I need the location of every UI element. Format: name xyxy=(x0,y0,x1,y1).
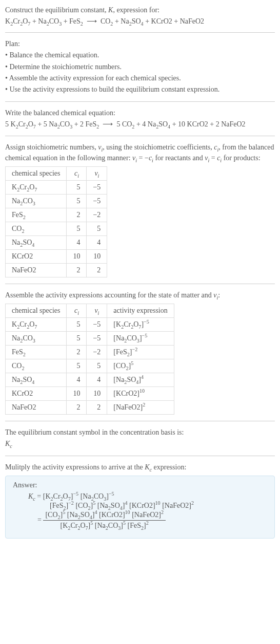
intro-block: Construct the equilibrium constant, K, e… xyxy=(5,5,275,26)
cell-ci: 4 xyxy=(67,235,87,249)
cell-vi: 4 xyxy=(87,373,107,387)
plan-item: • Assemble the activity expression for e… xyxy=(5,73,275,83)
cell-vi: 2 xyxy=(87,263,107,277)
col-species: chemical species xyxy=(6,304,67,318)
cell-activity: [Na2CO3]−5 xyxy=(107,332,174,346)
answer-label: Answer: xyxy=(13,481,267,489)
fraction-numerator: [CO2]5 [Na2SO4]4 [KCrO2]10 [NaFeO2]2 xyxy=(43,511,166,521)
cell-activity: [CO2]5 xyxy=(107,359,174,373)
table-row: Na2CO35−5 xyxy=(6,194,107,208)
assemble-block: Assemble the activity expressions accoun… xyxy=(5,290,275,300)
cell-species: CO2 xyxy=(6,359,67,373)
cell-activity: [FeS2]−2 xyxy=(107,346,174,359)
cell-ci: 5 xyxy=(67,222,87,235)
answer-box: Answer: Kc = [K2Cr2O7]−5 [Na2CO3]−5 [FeS… xyxy=(5,476,275,539)
cell-ci: 2 xyxy=(67,208,87,222)
cell-species: Na2CO3 xyxy=(6,194,67,208)
cell-species: KCrO2 xyxy=(6,387,67,401)
intro-equation: K2Cr2O7 + Na2CO3 + FeS2 ⟶ CO2 + Na2SO4 +… xyxy=(5,16,275,27)
cell-ci: 5 xyxy=(67,359,87,373)
cell-species: K2Cr2O7 xyxy=(6,180,67,194)
activity-table: chemical species ci νi activity expressi… xyxy=(5,304,174,415)
divider xyxy=(5,456,275,456)
cell-vi: 5 xyxy=(87,222,107,235)
plan-title: Plan: xyxy=(5,39,275,49)
assign-block: Assign stoichiometric numbers, νi, using… xyxy=(5,142,275,163)
cell-ci: 2 xyxy=(67,346,87,359)
cell-vi: 4 xyxy=(87,235,107,249)
table-row: FeS22−2 xyxy=(6,208,107,222)
col-ci: ci xyxy=(67,166,87,180)
cell-vi: −2 xyxy=(87,208,107,222)
table-row: Na2SO444 xyxy=(6,235,107,249)
balanced-equation: 5 K2Cr2O7 + 5 Na2CO3 + 2 FeS2 ⟶ 5 CO2 + … xyxy=(5,119,275,130)
table-row: Na2CO35−5[Na2CO3]−5 xyxy=(6,332,174,346)
cell-ci: 4 xyxy=(67,373,87,387)
cell-vi: −5 xyxy=(87,194,107,208)
table-row: K2Cr2O75−5 xyxy=(6,180,107,194)
cell-species: NaFeO2 xyxy=(6,263,67,277)
table2-body: K2Cr2O75−5[K2Cr2O7]−5Na2CO35−5[Na2CO3]−5… xyxy=(6,318,174,415)
cell-vi: −2 xyxy=(87,346,107,359)
fraction: [CO2]5 [Na2SO4]4 [KCrO2]10 [NaFeO2]2 [K2… xyxy=(43,511,166,530)
cell-activity: [NaFeO2]2 xyxy=(107,401,174,415)
symbol-block: The equilibrium constant symbol in the c… xyxy=(5,427,275,449)
table-row: NaFeO222[NaFeO2]2 xyxy=(6,401,174,415)
cell-ci: 5 xyxy=(67,332,87,346)
divider xyxy=(5,284,275,284)
cell-ci: 10 xyxy=(67,387,87,401)
assemble-text: Assemble the activity expressions accoun… xyxy=(5,290,275,300)
col-ci: ci xyxy=(67,304,87,318)
divider xyxy=(5,101,275,102)
plan-item: • Balance the chemical equation. xyxy=(5,50,275,60)
table-row: KCrO21010[KCrO2]10 xyxy=(6,387,174,401)
cell-vi: −5 xyxy=(87,180,107,194)
cell-vi: 10 xyxy=(87,387,107,401)
table-row: KCrO21010 xyxy=(6,249,107,263)
answer-fraction-line: = [CO2]5 [Na2SO4]4 [KCrO2]10 [NaFeO2]2 [… xyxy=(37,511,267,530)
assign-text: Assign stoichiometric numbers, νi, using… xyxy=(5,142,275,163)
col-vi: νi xyxy=(87,304,107,318)
table-row: NaFeO222 xyxy=(6,263,107,277)
cell-vi: 10 xyxy=(87,249,107,263)
balanced-block: Write the balanced chemical equation: 5 … xyxy=(5,108,275,130)
plan-item: • Use the activity expressions to build … xyxy=(5,84,275,95)
col-species: chemical species xyxy=(6,166,67,180)
cell-species: NaFeO2 xyxy=(6,401,67,415)
intro-line1: Construct the equilibrium constant, K, e… xyxy=(5,5,275,15)
stoichiometry-table: chemical species ci νi K2Cr2O75−5Na2CO35… xyxy=(5,166,107,277)
plan-block: Plan: • Balance the chemical equation. •… xyxy=(5,39,275,95)
multiply-block: Mulitply the activity expressions to arr… xyxy=(5,462,275,473)
cell-species: Na2CO3 xyxy=(6,332,67,346)
symbol-line2: Kc xyxy=(5,439,275,449)
answer-line2: [FeS2]−2 [CO2]5 [Na2SO4]4 [KCrO2]10 [NaF… xyxy=(50,502,267,510)
cell-species: KCrO2 xyxy=(6,249,67,263)
equals-sign: = xyxy=(37,516,42,524)
col-activity: activity expression xyxy=(107,304,174,318)
table-row: K2Cr2O75−5[K2Cr2O7]−5 xyxy=(6,318,174,332)
divider xyxy=(5,32,275,33)
table-row: FeS22−2[FeS2]−2 xyxy=(6,346,174,359)
col-vi: νi xyxy=(87,166,107,180)
cell-ci: 5 xyxy=(67,180,87,194)
cell-ci: 5 xyxy=(67,318,87,332)
cell-ci: 2 xyxy=(67,401,87,415)
cell-ci: 2 xyxy=(67,263,87,277)
cell-ci: 10 xyxy=(67,249,87,263)
cell-vi: −5 xyxy=(87,332,107,346)
cell-activity: [K2Cr2O7]−5 xyxy=(107,318,174,332)
cell-species: Na2SO4 xyxy=(6,235,67,249)
divider xyxy=(5,136,275,136)
cell-species: Na2SO4 xyxy=(6,373,67,387)
table-row: Na2SO444[Na2SO4]4 xyxy=(6,373,174,387)
cell-species: K2Cr2O7 xyxy=(6,318,67,332)
cell-vi: 2 xyxy=(87,401,107,415)
multiply-text: Mulitply the activity expressions to arr… xyxy=(5,462,275,473)
divider xyxy=(5,421,275,421)
answer-line1: Kc = [K2Cr2O7]−5 [Na2CO3]−5 xyxy=(28,492,267,501)
cell-species: FeS2 xyxy=(6,208,67,222)
cell-ci: 5 xyxy=(67,194,87,208)
cell-activity: [KCrO2]10 xyxy=(107,387,174,401)
symbol-line1: The equilibrium constant symbol in the c… xyxy=(5,427,275,438)
table1-body: K2Cr2O75−5Na2CO35−5FeS22−2CO255Na2SO444K… xyxy=(6,180,107,277)
